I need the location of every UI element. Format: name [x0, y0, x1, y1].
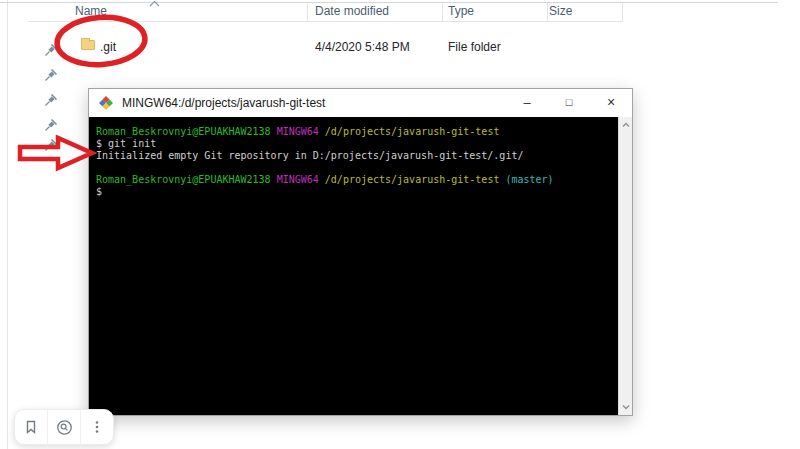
column-header-name[interactable]: Name	[75, 4, 107, 18]
sort-ascending-icon	[149, 0, 160, 7]
terminal-line	[96, 162, 614, 174]
terminal-output: Roman_Beskrovnyi@EPUAKHAW2138 MINGW64 /d…	[96, 126, 614, 198]
terminal-line: $ git init	[96, 138, 614, 150]
terminal-line: Roman_Beskrovnyi@EPUAKHAW2138 MINGW64 /d…	[96, 126, 614, 138]
screenshot-root: Name Date modified Type Size .git 4/4/20…	[0, 0, 800, 449]
column-header-top-border	[0, 2, 778, 3]
more-options-button[interactable]	[80, 410, 113, 444]
terminal-scrollbar[interactable]	[618, 117, 632, 415]
file-type: File folder	[448, 40, 501, 54]
scroll-down-icon[interactable]	[621, 402, 631, 412]
column-separator[interactable]	[622, 3, 623, 21]
pin-icon[interactable]	[44, 43, 58, 57]
column-header-size[interactable]: Size	[549, 4, 572, 18]
more-options-icon	[89, 419, 105, 435]
column-header-type[interactable]: Type	[448, 4, 474, 18]
nav-pane-divider	[7, 0, 8, 449]
file-name[interactable]: .git	[100, 40, 116, 54]
column-header-date-modified[interactable]: Date modified	[315, 4, 389, 18]
terminal-titlebar[interactable]: MINGW64:/d/projects/javarush-git-test – …	[89, 89, 632, 117]
bookmark-button[interactable]	[15, 410, 47, 444]
close-button[interactable]: ×	[590, 89, 632, 117]
scroll-up-icon[interactable]	[621, 120, 631, 130]
minimize-button[interactable]: –	[506, 89, 548, 117]
file-date-modified: 4/4/2020 5:48 PM	[315, 40, 410, 54]
pin-icon[interactable]	[44, 138, 58, 152]
pin-icon[interactable]	[44, 118, 58, 132]
column-separator[interactable]	[547, 3, 548, 21]
terminal-line: $	[96, 186, 614, 198]
pin-icon[interactable]	[44, 68, 58, 82]
pin-icon[interactable]	[44, 93, 58, 107]
search-lens-button[interactable]	[47, 410, 80, 444]
search-lens-icon	[56, 419, 73, 436]
column-separator[interactable]	[307, 3, 308, 21]
column-separator[interactable]	[442, 3, 443, 21]
terminal-line: Roman_Beskrovnyi@EPUAKHAW2138 MINGW64 /d…	[96, 174, 614, 186]
maximize-button[interactable]: □	[548, 89, 590, 117]
column-header-bottom-border	[28, 21, 623, 22]
terminal-console[interactable]: Roman_Beskrovnyi@EPUAKHAW2138 MINGW64 /d…	[89, 117, 632, 415]
bookmark-icon	[23, 419, 39, 435]
image-viewer-toolbar	[14, 409, 114, 445]
terminal-window[interactable]: MINGW64:/d/projects/javarush-git-test – …	[88, 88, 633, 416]
terminal-line: Initialized empty Git repository in D:/p…	[96, 150, 614, 162]
folder-icon	[81, 40, 95, 50]
mintty-app-icon	[98, 95, 114, 111]
terminal-title: MINGW64:/d/projects/javarush-git-test	[122, 89, 325, 117]
